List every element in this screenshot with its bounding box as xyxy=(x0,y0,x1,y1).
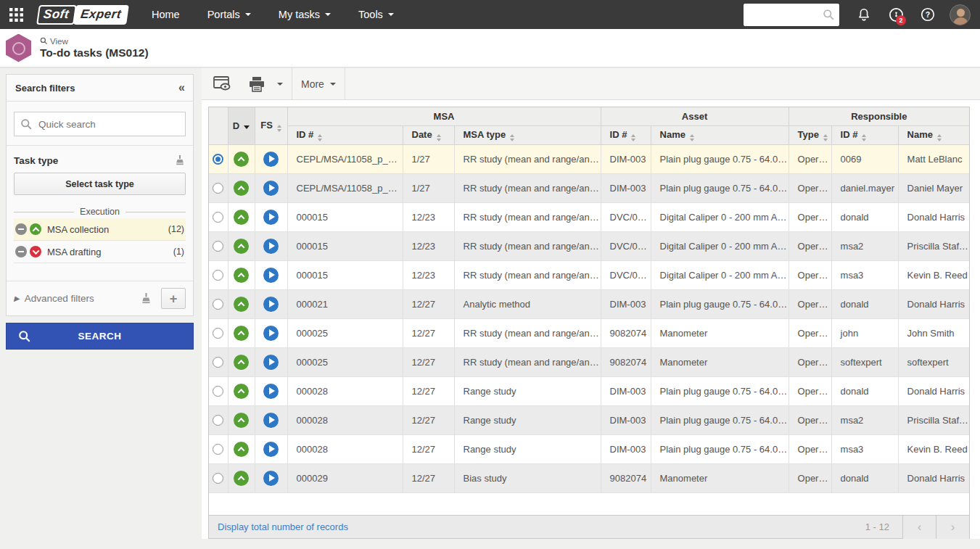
task-item-msa-drafting[interactable]: MSA drafting (1) xyxy=(14,241,186,263)
more-actions-button[interactable]: More xyxy=(292,68,345,100)
task-item-msa-collection[interactable]: MSA collection (12) xyxy=(14,218,186,241)
notifications-bell-icon[interactable] xyxy=(848,0,880,29)
execute-task-icon[interactable] xyxy=(263,413,279,428)
column-header-resp-id[interactable]: ID # xyxy=(831,125,898,144)
column-header-deadline[interactable]: D xyxy=(228,107,255,144)
execute-task-icon[interactable] xyxy=(263,355,279,370)
row-radio-button[interactable] xyxy=(213,270,223,281)
execute-task-icon[interactable] xyxy=(263,297,279,312)
cell-asset-name: Manometer xyxy=(651,347,788,376)
expand-arrow-icon xyxy=(14,294,20,302)
cell-date: 12/27 xyxy=(403,463,454,492)
clear-filters-icon[interactable] xyxy=(140,292,152,305)
table-row[interactable]: 000028 12/27 Range study DIM-003 Plain p… xyxy=(209,405,969,434)
table-row[interactable]: CEPL/MSA/11058_p_02_2 1/27 RR study (mea… xyxy=(209,144,969,173)
table-row[interactable]: 000015 12/23 RR study (mean and range/an… xyxy=(209,202,969,231)
column-header-resp-name[interactable]: Name xyxy=(898,125,969,144)
cell-resp-type: Operator xyxy=(788,347,831,376)
table-row[interactable]: 000025 12/27 RR study (mean and range/an… xyxy=(209,318,969,347)
display-total-records-link[interactable]: Display total number of records xyxy=(218,521,348,532)
cell-asset-id: DIM-003 xyxy=(601,173,651,202)
cell-resp-type: Operator xyxy=(788,144,831,173)
cell-resp-type: Operator xyxy=(788,202,831,231)
view-data-icon[interactable] xyxy=(202,68,239,100)
cell-resp-id: daniel.mayer xyxy=(831,173,898,202)
row-radio-button[interactable] xyxy=(213,154,223,165)
advanced-filters-toggle[interactable]: Advanced filters xyxy=(25,293,140,304)
column-header-date[interactable]: Date xyxy=(403,125,454,144)
user-avatar[interactable] xyxy=(944,0,976,29)
cell-resp-type: Operator xyxy=(788,376,831,405)
pending-tasks-gauge-icon[interactable]: 2 xyxy=(880,0,912,29)
cell-resp-type: Operator xyxy=(788,463,831,492)
execute-task-icon[interactable] xyxy=(263,152,279,167)
column-header-msa-type[interactable]: MSA type xyxy=(454,125,601,144)
cell-msa-id: 000015 xyxy=(287,231,403,260)
help-icon[interactable]: ? xyxy=(912,0,944,29)
main-menu: Home Portals My tasks Tools xyxy=(138,0,408,29)
cell-msa-id: CEPL/MSA/11058_p_02_2 xyxy=(287,173,403,202)
column-header-asset-id[interactable]: ID # xyxy=(601,125,651,144)
menu-portals[interactable]: Portals xyxy=(194,0,265,29)
table-row[interactable]: CEPL/MSA/11058_p_02_2 1/27 RR study (mea… xyxy=(209,173,969,202)
menu-my-tasks[interactable]: My tasks xyxy=(265,0,345,29)
menu-home[interactable]: Home xyxy=(138,0,194,29)
row-radio-button[interactable] xyxy=(213,183,223,194)
cell-msa-id: 000025 xyxy=(287,318,403,347)
table-row[interactable]: 000028 12/27 Range study DIM-003 Plain p… xyxy=(209,434,969,463)
execute-task-icon[interactable] xyxy=(263,442,279,457)
table-row[interactable]: 000025 12/27 RR study (mean and range/an… xyxy=(209,347,969,376)
print-icon[interactable] xyxy=(239,68,268,100)
table-row[interactable]: 000015 12/23 RR study (mean and range/an… xyxy=(209,231,969,260)
table-row[interactable]: 000028 12/27 Range study DIM-003 Plain p… xyxy=(209,376,969,405)
column-header-msa-id[interactable]: ID # xyxy=(287,125,403,144)
collapse-sidebar-icon[interactable] xyxy=(178,81,184,94)
previous-page-icon[interactable]: ‹ xyxy=(902,516,936,539)
column-header-fs[interactable]: FS xyxy=(255,107,287,144)
execute-task-icon[interactable] xyxy=(263,210,279,225)
column-header-resp-type[interactable]: Type xyxy=(788,125,831,144)
softexpert-logo[interactable]: Soft Expert xyxy=(36,5,129,25)
execute-task-icon[interactable] xyxy=(263,239,279,254)
select-task-type-button[interactable]: Select task type xyxy=(14,173,186,195)
execute-task-icon[interactable] xyxy=(263,384,279,399)
record-range: 1 - 12 xyxy=(865,521,902,532)
next-page-icon[interactable]: › xyxy=(936,516,969,539)
execute-task-icon[interactable] xyxy=(263,268,279,283)
execute-task-icon[interactable] xyxy=(263,181,279,196)
row-radio-button[interactable] xyxy=(213,328,223,339)
task-count: (12) xyxy=(168,224,184,234)
row-radio-button[interactable] xyxy=(213,212,223,223)
table-row[interactable]: 000029 12/27 Bias study 9082074 Manomete… xyxy=(209,463,969,492)
add-filter-button[interactable]: + xyxy=(161,288,186,309)
chevron-down-icon xyxy=(245,13,251,16)
cell-msa-type: Bias study xyxy=(454,463,601,492)
cell-asset-id: DIM-003 xyxy=(601,434,651,463)
clear-task-type-icon[interactable] xyxy=(174,154,186,166)
search-icon xyxy=(18,330,31,343)
sort-icon xyxy=(862,134,866,141)
chevron-down-icon xyxy=(277,83,283,86)
row-radio-button[interactable] xyxy=(213,444,223,455)
cell-resp-id: donald xyxy=(831,463,898,492)
column-header-asset-name[interactable]: Name xyxy=(651,125,788,144)
results-area: More D xyxy=(202,68,980,539)
row-radio-button[interactable] xyxy=(213,415,223,426)
cell-asset-name: Plain plug gauge 0.75 - 64.0 mm xyxy=(651,173,788,202)
row-radio-button[interactable] xyxy=(213,473,223,484)
row-radio-button[interactable] xyxy=(213,241,223,252)
print-options-dropdown[interactable] xyxy=(268,68,292,100)
row-radio-button[interactable] xyxy=(213,299,223,310)
menu-tools[interactable]: Tools xyxy=(345,0,408,29)
cell-msa-type: RR study (mean and range/anova) xyxy=(454,318,601,347)
apps-grid-icon[interactable] xyxy=(0,0,32,29)
row-radio-button[interactable] xyxy=(213,386,223,397)
quick-search-input[interactable] xyxy=(15,112,185,136)
search-button[interactable]: SEARCH xyxy=(6,323,194,350)
notification-badge: 2 xyxy=(896,15,906,25)
table-row[interactable]: 000015 12/23 RR study (mean and range/an… xyxy=(209,260,969,289)
execute-task-icon[interactable] xyxy=(263,326,279,341)
table-row[interactable]: 000021 12/27 Analytic method DIM-003 Pla… xyxy=(209,289,969,318)
execute-task-icon[interactable] xyxy=(263,471,279,486)
row-radio-button[interactable] xyxy=(213,357,223,368)
